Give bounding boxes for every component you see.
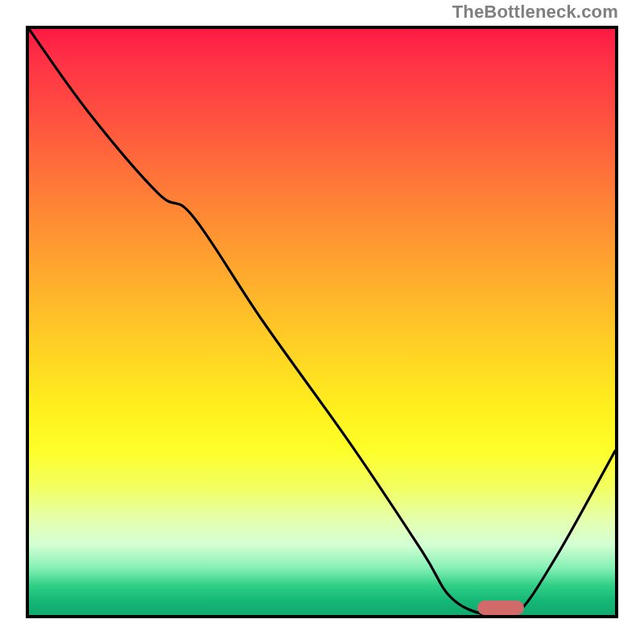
watermark-text: TheBottleneck.com xyxy=(452,2,618,23)
bottleneck-curve xyxy=(29,29,615,615)
optimal-point-marker xyxy=(477,601,524,615)
chart-frame xyxy=(26,26,618,618)
